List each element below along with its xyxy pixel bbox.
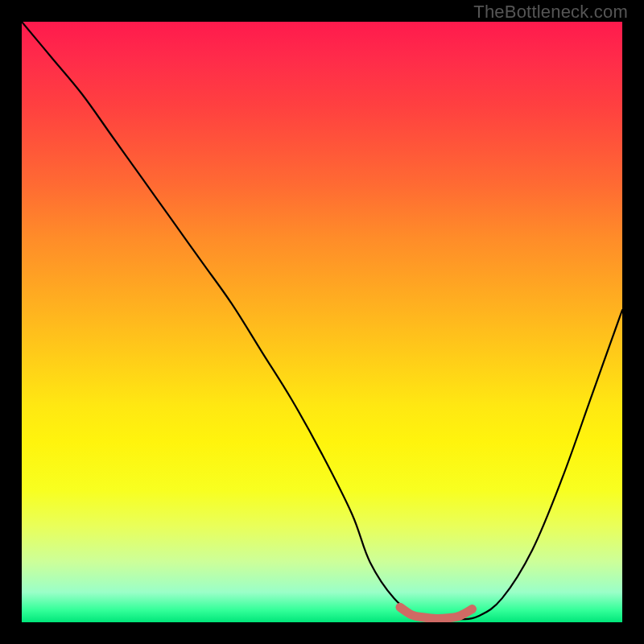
plot-area bbox=[22, 22, 622, 622]
sweet-spot-band bbox=[400, 607, 473, 618]
curve-svg bbox=[22, 22, 622, 622]
attribution-label: TheBottleneck.com bbox=[473, 2, 628, 23]
bottleneck-curve bbox=[22, 22, 622, 620]
chart-frame: TheBottleneck.com bbox=[0, 0, 644, 644]
